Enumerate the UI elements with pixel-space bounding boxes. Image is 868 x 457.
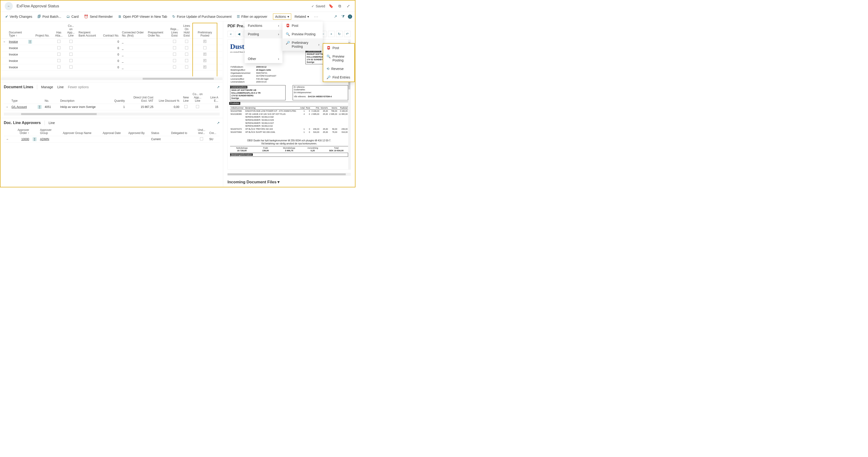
app-group[interactable]: ADMIN (39, 136, 61, 143)
grid-row[interactable]: Invoice 0 _ (1, 45, 222, 52)
grid-row[interactable]: Invoice 0 _ (1, 52, 222, 58)
col-rej[interactable]: Reje... Lines Exist (168, 23, 181, 39)
verify-changes-button[interactable]: ✔Verify Changes (3, 13, 34, 20)
rejected-checkbox[interactable] (173, 53, 176, 56)
pdf-zoom-in-button[interactable]: + (328, 31, 335, 37)
col-app-order[interactable]: Approver Order ↑ (11, 127, 31, 136)
open-pdf-button[interactable]: 🗎Open PDF-Viewer in New Tab (116, 13, 169, 20)
col-doctype[interactable]: Document Type ↑ (7, 23, 26, 39)
tab-fewer-options[interactable]: Fewer options (68, 85, 89, 89)
col-app-group[interactable]: Approver Group (39, 127, 61, 136)
tab-line[interactable]: Line (57, 85, 63, 89)
col-type[interactable]: Type (10, 91, 36, 104)
doc-line-type[interactable]: G/L Account (10, 104, 36, 110)
prelim-posted-checkbox[interactable] (203, 40, 207, 43)
related-dropdown[interactable]: Related▾ (293, 14, 311, 20)
pdf-refresh-button[interactable]: ↻ (336, 31, 343, 37)
row-actions-button[interactable]: ⋮ (33, 137, 36, 141)
doc-line-disc[interactable]: 0,00 (155, 104, 181, 110)
col-newline[interactable]: New Line (181, 91, 191, 104)
menu-post[interactable]: 📮Post (282, 21, 323, 30)
col-contractno[interactable]: Contract No. (99, 23, 120, 39)
app-order[interactable]: 10000 (11, 136, 31, 143)
rejected-checkbox[interactable] (173, 59, 176, 62)
col-disc[interactable]: Line Discount % (155, 91, 181, 104)
filter-icon[interactable]: ⧩ (340, 15, 345, 19)
bookmark-icon[interactable]: 🔖 (329, 4, 334, 8)
prelim-posted-checkbox[interactable] (203, 59, 207, 62)
pdf-prev-button[interactable]: ◀ (236, 31, 242, 37)
col-linea[interactable]: Line A E... (204, 91, 220, 104)
col-unitcost[interactable]: Direct Unit Cost Excl. VAT (126, 91, 155, 104)
col-no[interactable]: No. (43, 91, 59, 104)
collapse-icon[interactable]: ⤢ (345, 4, 351, 8)
filter-approver-button[interactable]: ☰Filter on approver (235, 13, 269, 20)
co-app-checkbox[interactable] (69, 65, 72, 68)
incoming-doc-files-title[interactable]: Incoming Document Files ▾ (227, 179, 351, 184)
col-app-cre[interactable]: Cre... (208, 127, 220, 136)
menu-preview-posting[interactable]: 🔍Preview Posting (282, 30, 323, 38)
coapp-checkbox[interactable] (196, 105, 199, 108)
grid-row[interactable]: Invoice 0 _ (1, 64, 222, 71)
has-atta-checkbox[interactable] (57, 59, 60, 62)
menu-find-entries[interactable]: 🔎Find Entries (323, 73, 354, 82)
popout-icon[interactable]: ⧉ (337, 4, 342, 8)
col-app-status[interactable]: Status (150, 127, 170, 136)
prelim-posted-checkbox[interactable] (203, 53, 207, 56)
has-atta-checkbox[interactable] (57, 40, 60, 43)
col-app-und[interactable]: Und... revi... (195, 127, 208, 136)
menu-post-3[interactable]: 📮Post (323, 44, 354, 52)
post-batch-button[interactable]: 🗐Post Batch... (35, 13, 63, 20)
col-app-by[interactable]: Approved By (127, 127, 150, 136)
menu-other[interactable]: Other› (245, 55, 282, 63)
pdf-first-button[interactable]: « (227, 31, 234, 37)
pdf-undo-button[interactable]: ↶ (344, 31, 351, 37)
rejected-checkbox[interactable] (173, 65, 176, 68)
newline-checkbox[interactable] (184, 105, 187, 108)
more-options-button[interactable]: ··· (312, 14, 320, 20)
onhold-checkbox[interactable] (185, 46, 188, 49)
doc-line-unitcost[interactable]: 15 867,25 (126, 104, 155, 110)
menu-preliminary-posting[interactable]: 🔎Preliminary Posting› (282, 38, 323, 51)
tab-line-approvers[interactable]: Line (49, 121, 55, 125)
info-icon[interactable]: i (348, 15, 352, 19)
grid-row[interactable]: → Invoice ⋮ 0 _ (1, 39, 222, 45)
co-app-checkbox[interactable] (69, 59, 72, 62)
col-coapp[interactable]: Co... on App... Line (65, 23, 77, 39)
prelim-posted-checkbox[interactable] (203, 65, 207, 68)
col-qty[interactable]: Quantity (111, 91, 126, 104)
grid-hscroll[interactable] (1, 77, 222, 80)
share-approvers-icon[interactable]: ↗ (217, 121, 220, 125)
doc-line-qty[interactable]: 1 (111, 104, 126, 110)
pdf-hscroll[interactable] (227, 173, 351, 176)
row-actions-button[interactable]: ⋮ (28, 40, 32, 44)
col-app-groupname[interactable]: Approver Group Name (61, 127, 101, 136)
back-button[interactable]: ← (5, 2, 13, 10)
share-doclines-icon[interactable]: ↗ (217, 85, 220, 89)
col-app-date[interactable]: Approval Date (101, 127, 127, 136)
has-atta-checkbox[interactable] (57, 53, 60, 56)
has-atta-checkbox[interactable] (57, 65, 60, 68)
col-desc[interactable]: Description (59, 91, 111, 104)
col-recipbank[interactable]: Recipient Bank Account (77, 23, 99, 39)
menu-functions[interactable]: Functions› (245, 21, 282, 30)
col-prepay[interactable]: Prepayment Order No. (147, 23, 168, 39)
has-atta-checkbox[interactable] (57, 46, 60, 49)
card-button[interactable]: 🗂Card (64, 13, 80, 20)
co-app-checkbox[interactable] (69, 46, 72, 49)
doc-line-row[interactable]: → G/L Account ⋮ 4051 Inköp av varor inom… (4, 104, 220, 110)
doc-line-no[interactable]: 4051 (43, 104, 59, 110)
doclines-hscroll[interactable] (4, 113, 220, 115)
menu-posting[interactable]: Posting› (245, 30, 282, 38)
col-projectno[interactable]: Project No. (34, 23, 53, 39)
grid-row[interactable]: Invoice 0 _ (1, 58, 222, 64)
onhold-checkbox[interactable] (185, 53, 188, 56)
col-hasatta[interactable]: Has Atta... (53, 23, 65, 39)
col-app-delegated[interactable]: Delegated to (170, 127, 195, 136)
prelim-posted-checkbox[interactable] (203, 46, 207, 49)
menu-preview-posting-3[interactable]: 🔍Preview Posting (323, 52, 354, 64)
col-prelim[interactable]: Preliminary Posted (193, 23, 217, 39)
force-update-button[interactable]: ↻Force Update of Purchase Document (170, 13, 234, 20)
under-review-checkbox[interactable] (200, 137, 203, 140)
col-coapp2[interactable]: Co... on App... Line (191, 91, 204, 104)
